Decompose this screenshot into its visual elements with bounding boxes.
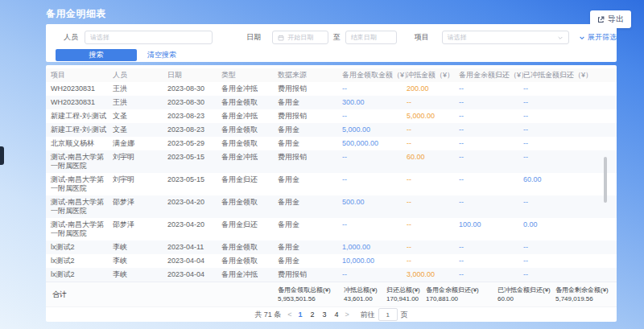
side-panel-handle[interactable] <box>0 146 4 165</box>
table-cell: 备用金领取 <box>221 254 278 268</box>
table-row[interactable]: lx测试2李峡2023-04-11备用金领取备用金1,000.00------ <box>46 241 617 254</box>
page-title: 备用金明细表 <box>46 7 106 21</box>
table-cell: WH20230831 <box>51 96 113 109</box>
table-row[interactable]: lx测试2李峡2023-04-04备用金领取备用金10,000.00------ <box>46 254 617 268</box>
table-cell: -- <box>523 195 617 218</box>
table-row[interactable]: 新建工程-刘-测试文圣2023-08-23备用金冲抵费用报销--5,000.00… <box>46 109 617 123</box>
table-cell: -- <box>459 150 523 173</box>
prev-page-icon[interactable]: < <box>287 310 291 319</box>
page-number[interactable]: 2 <box>310 310 314 319</box>
table-cell: 备用金领取 <box>221 137 278 150</box>
clear-search-link[interactable]: 清空搜索 <box>147 50 176 60</box>
table-cell: 邵梦泽 <box>113 195 167 218</box>
table-row[interactable]: WH20230831王洪2023-08-30备用金冲抵费用报销--200.00-… <box>46 82 617 96</box>
table-row[interactable]: 测试-南昌大学第一附属医院邵梦泽2023-04-20备用金领取备用金500.00… <box>46 195 617 218</box>
expand-filter-link[interactable]: 展开筛选 <box>579 32 617 43</box>
table-cell: 备用金 <box>278 123 342 137</box>
table-cell: -- <box>523 96 617 109</box>
table-row[interactable]: lx测试2李峡2023-04-04备用金冲抵费用报销--3,000.00---- <box>46 268 617 282</box>
table-header-row: 项目人员日期类型数据来源备用金领取金额（¥）冲抵金额（¥）备用金余额归还（¥）已… <box>46 68 617 82</box>
column-header: 备用金余额归还（¥） <box>459 68 523 82</box>
table-cell: 备用金归还 <box>221 173 278 195</box>
page-unit-label: 页 <box>401 310 408 320</box>
table-cell: -- <box>523 82 617 96</box>
page-number[interactable]: 3 <box>323 310 327 319</box>
table-row[interactable]: 测试-南昌大学第一附属医院刘宇明2023-05-15备用金冲抵费用报销--60.… <box>46 150 617 173</box>
table-row[interactable]: WH20230831王洪2023-08-30备用金领取备用金300.00----… <box>46 96 617 109</box>
date-start-input[interactable]: 开始日期 <box>272 31 328 44</box>
table-cell: -- <box>342 173 407 195</box>
column-header: 日期 <box>167 68 221 82</box>
chevron-down-icon <box>579 35 585 41</box>
table-cell: 李峡 <box>113 254 167 268</box>
next-page-icon[interactable]: > <box>345 310 349 319</box>
table-cell: 刘宇明 <box>113 173 167 195</box>
pagination-total: 共 71 条 <box>254 310 281 320</box>
table-cell: 0.00 <box>523 218 617 241</box>
table-cell: WH20230831 <box>51 82 113 96</box>
table-cell: 备用金 <box>278 254 342 268</box>
date-start-placeholder: 开始日期 <box>287 33 313 42</box>
table-cell: 2023-08-23 <box>167 123 221 137</box>
table-cell: 备用金领取 <box>221 195 278 218</box>
totals-label: 合计 <box>52 290 67 300</box>
table-cell: -- <box>459 109 523 123</box>
person-label: 人员 <box>64 32 78 43</box>
total-item: 冲抵总额(¥)43,601.00 <box>344 286 386 303</box>
total-item: 备用金领取总额(¥)5,953,501.56 <box>278 286 344 303</box>
table-cell: -- <box>523 123 617 137</box>
export-label: 导出 <box>608 14 624 25</box>
table-cell: 备用金领取 <box>221 96 278 109</box>
date-label: 日期 <box>246 32 261 43</box>
table-cell: 邵梦泽 <box>113 218 167 241</box>
table-cell: 2023-05-15 <box>167 173 221 195</box>
table-cell: 10,000.00 <box>342 254 407 268</box>
table-cell: 测试-南昌大学第一附属医院 <box>51 218 113 241</box>
pagination-pages: 1234 <box>298 310 338 319</box>
table-row[interactable]: 测试-南昌大学第一附属医院邵梦泽2023-04-20备用金归还备用金----10… <box>46 218 617 241</box>
table-cell: 2023-05-15 <box>167 150 221 173</box>
table-cell: 王洪 <box>113 96 167 109</box>
goto-page: 前往 页 <box>361 308 408 321</box>
table-cell: -- <box>459 173 523 195</box>
table-cell: -- <box>459 123 523 137</box>
date-end-input[interactable]: 结束日期 <box>345 31 397 44</box>
goto-label: 前往 <box>361 310 375 320</box>
table-cell: 200.00 <box>407 82 459 96</box>
chevron-down-icon <box>557 35 564 41</box>
table-cell: 测试-南昌大学第一附属医院 <box>51 195 113 218</box>
table-cell: 备用金 <box>278 137 342 150</box>
table-cell: 备用金领取 <box>221 241 278 254</box>
table-cell: -- <box>407 241 459 254</box>
page-number[interactable]: 1 <box>298 310 302 319</box>
search-button[interactable]: 搜索 <box>56 49 137 61</box>
table-cell: 500,000.00 <box>342 137 407 150</box>
total-item: 归还总额(¥)170,941.00 <box>386 286 426 303</box>
table-row[interactable]: 北京顺义杨林满金娜2023-05-29备用金领取备用金500,000.00---… <box>46 137 617 150</box>
export-icon <box>597 16 605 23</box>
table-cell: 文圣 <box>113 109 167 123</box>
table-cell: 北京顺义杨林 <box>51 137 113 150</box>
filter-panel: 人员 日期 开始日期 至 结束日期 项目 请选择 <box>46 24 617 62</box>
project-select[interactable]: 请选择 <box>442 31 569 44</box>
table-cell: -- <box>407 123 459 137</box>
table-row[interactable]: 测试-南昌大学第一附属医院刘宇明2023-05-15备用金归还备用金------… <box>46 173 617 195</box>
pagination: 共 71 条 < 1234 > 前往 页 <box>46 306 617 322</box>
table-row[interactable]: 新建工程-刘-测试文圣2023-08-23备用金领取备用金5,000.00---… <box>46 123 617 137</box>
person-input[interactable] <box>85 31 213 44</box>
page-number[interactable]: 4 <box>335 310 339 319</box>
table-cell: 2023-08-30 <box>167 82 221 96</box>
total-item: 备用金余额归还(¥)170,881.00 <box>426 286 497 303</box>
table-cell: 新建工程-刘-测试 <box>51 123 113 137</box>
goto-page-input[interactable] <box>378 308 398 321</box>
vertical-scrollbar[interactable] <box>604 157 607 203</box>
column-header: 项目 <box>51 68 113 82</box>
totals-items: 备用金领取总额(¥)5,953,501.56冲抵总额(¥)43,601.00归还… <box>278 286 617 303</box>
table-cell: 2023-04-04 <box>167 254 221 268</box>
calendar-icon <box>278 35 284 41</box>
table-cell: -- <box>523 254 617 268</box>
table-cell: 300.00 <box>342 96 407 109</box>
table-cell: 备用金 <box>278 173 342 195</box>
column-header: 已冲抵金额归还（¥） <box>523 68 617 82</box>
table-cell: -- <box>342 109 407 123</box>
